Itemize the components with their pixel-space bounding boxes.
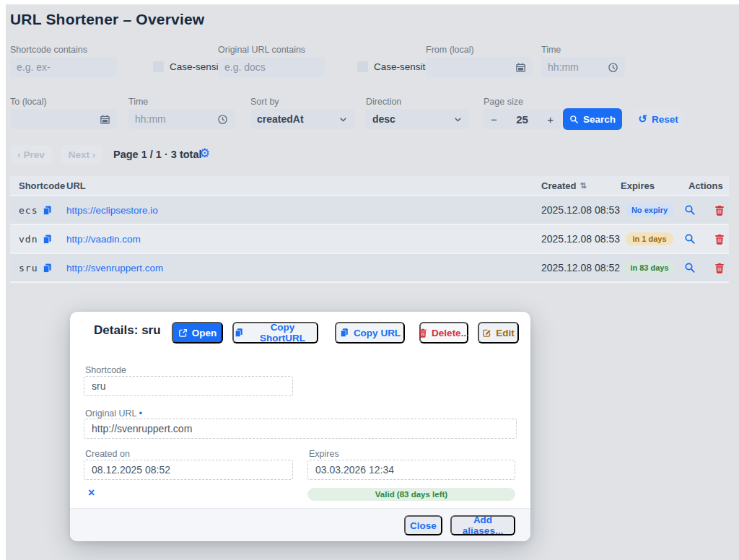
- header-url: URL: [66, 180, 541, 191]
- minus-icon[interactable]: −: [491, 113, 497, 126]
- dialog-shortcode-value: sru: [92, 380, 105, 392]
- trash-icon[interactable]: [714, 263, 725, 274]
- page-info: Page 1 / 1 · 3 total: [113, 149, 202, 160]
- app-background: URL Shortener – Overview Shortcode conta…: [6, 4, 739, 560]
- to-time-placeholder: hh:mm: [135, 113, 166, 125]
- open-button-label: Open: [192, 328, 217, 338]
- expires-badge: No expiry: [625, 204, 674, 216]
- open-button[interactable]: Open: [172, 322, 223, 344]
- shortcode-cell: ecs: [10, 205, 42, 216]
- clock-icon[interactable]: [217, 114, 228, 125]
- to-time-input[interactable]: hh:mm: [128, 109, 235, 129]
- close-button[interactable]: Close: [404, 515, 442, 535]
- dialog-original-url-value: http://svenruppert.com: [92, 423, 192, 434]
- search-button[interactable]: Search: [563, 108, 622, 130]
- sort-by-value: createdAt: [257, 113, 304, 125]
- table-header-row: Shortcode URL Created ⇅ Expires Actions: [10, 176, 729, 196]
- reset-button[interactable]: ↺ Reset: [633, 108, 683, 130]
- details-search-icon[interactable]: [684, 262, 696, 274]
- external-link-icon: [178, 328, 188, 338]
- copy-icon[interactable]: [42, 234, 66, 245]
- next-page-button[interactable]: Next ›: [61, 145, 102, 165]
- details-search-icon[interactable]: [684, 233, 696, 245]
- expires-badge: in 83 days: [624, 261, 675, 274]
- dialog-title: Details: sru: [94, 323, 161, 338]
- url-link[interactable]: https://eclipsestore.io: [66, 205, 541, 216]
- copy-url-button[interactable]: Copy URL: [335, 322, 405, 344]
- shortcode-filter-input[interactable]: e.g. ex-: [10, 57, 117, 77]
- dialog-original-url-label: Original URL•: [85, 408, 142, 419]
- copy-icon: [234, 328, 244, 338]
- dialog-footer: Close Add aliases...: [70, 508, 530, 541]
- expires-badge: in 1 days: [626, 232, 673, 245]
- dialog-shortcode-label: Shortcode: [85, 365, 126, 375]
- trash-icon[interactable]: [714, 234, 725, 245]
- direction-select[interactable]: desc: [366, 109, 469, 129]
- sort-by-select[interactable]: createdAt: [250, 109, 354, 129]
- dialog-created-field: 08.12.2025 08:52: [84, 460, 293, 480]
- delete-button[interactable]: Delete...: [419, 322, 468, 344]
- pencil-icon: [482, 328, 491, 338]
- copy-shorturl-button[interactable]: Copy ShortURL: [232, 322, 318, 344]
- trash-icon: [419, 328, 427, 338]
- search-icon: [569, 115, 579, 124]
- from-time-input[interactable]: hh:mm: [541, 57, 625, 77]
- plus-icon[interactable]: +: [547, 113, 554, 126]
- required-indicator: •: [139, 408, 143, 419]
- direction-value: desc: [372, 113, 395, 125]
- edit-button[interactable]: Edit: [478, 322, 519, 344]
- original-url-filter-placeholder: e.g. docs: [224, 61, 266, 73]
- from-date-label: From (local): [426, 45, 474, 55]
- dialog-expires-field: 03.03.2026 12:34: [307, 460, 515, 480]
- created-cell: 2025.12.08 08:53: [541, 233, 621, 245]
- original-url-filter-label: Original URL contains: [218, 45, 305, 55]
- shortcode-filter-placeholder: e.g. ex-: [17, 61, 51, 73]
- clock-icon[interactable]: [608, 62, 618, 73]
- copy-icon[interactable]: [42, 205, 66, 216]
- original-url-filter-input[interactable]: e.g. docs: [218, 57, 325, 77]
- sort-arrows-icon[interactable]: ⇅: [580, 181, 586, 191]
- header-created[interactable]: Created ⇅: [541, 180, 621, 191]
- reset-button-label: Reset: [652, 114, 678, 125]
- clear-icon[interactable]: ×: [88, 487, 95, 499]
- created-cell: 2025.12.08 08:52: [541, 262, 621, 274]
- from-date-input[interactable]: [426, 57, 533, 77]
- prev-page-button[interactable]: ‹ Prev: [10, 145, 52, 165]
- edit-button-label: Edit: [496, 328, 515, 338]
- dialog-created-label: Created on: [85, 449, 130, 459]
- to-date-label: To (local): [10, 97, 47, 107]
- details-search-icon[interactable]: [684, 204, 696, 216]
- copy-shorturl-label: Copy ShortURL: [248, 322, 317, 344]
- to-date-input[interactable]: [10, 109, 117, 129]
- checkbox-icon[interactable]: [153, 61, 164, 72]
- add-aliases-button[interactable]: Add aliases...: [450, 515, 515, 535]
- copy-url-label: Copy URL: [354, 328, 401, 338]
- sort-by-label: Sort by: [250, 97, 279, 107]
- links-table: Shortcode URL Created ⇅ Expires Actions …: [10, 176, 729, 283]
- shortcode-cell: vdn: [10, 234, 42, 245]
- trash-icon[interactable]: [714, 205, 725, 216]
- table-row: sru http://svenruppert.com 2025.12.08 08…: [10, 254, 729, 283]
- dialog-expires-value: 03.03.2026 12:34: [315, 464, 394, 476]
- url-link[interactable]: http://vaadin.com: [66, 234, 541, 245]
- page-title: URL Shortener – Overview: [10, 11, 204, 28]
- reset-icon: ↺: [638, 113, 647, 126]
- calendar-icon[interactable]: [100, 114, 110, 125]
- url-link[interactable]: http://svenruppert.com: [66, 263, 541, 274]
- page-size-stepper[interactable]: − 25 +: [484, 109, 561, 129]
- to-time-label: Time: [128, 97, 148, 107]
- search-button-label: Search: [583, 114, 616, 125]
- shortcode-filter-label: Shortcode contains: [10, 45, 87, 55]
- delete-button-label: Delete...: [432, 328, 469, 338]
- gear-icon[interactable]: ⚙: [199, 147, 210, 159]
- chevron-down-icon: [338, 115, 348, 124]
- header-expires: Expires: [621, 180, 678, 191]
- copy-icon[interactable]: [42, 263, 66, 274]
- page-size-label: Page size: [484, 97, 523, 107]
- from-time-placeholder: hh:mm: [548, 61, 579, 73]
- table-row: ecs https://eclipsestore.io 2025.12.08 0…: [10, 196, 729, 225]
- shortcode-cell: sru: [10, 263, 42, 274]
- direction-label: Direction: [366, 97, 401, 107]
- checkbox-icon[interactable]: [357, 61, 368, 72]
- calendar-icon[interactable]: [515, 62, 526, 73]
